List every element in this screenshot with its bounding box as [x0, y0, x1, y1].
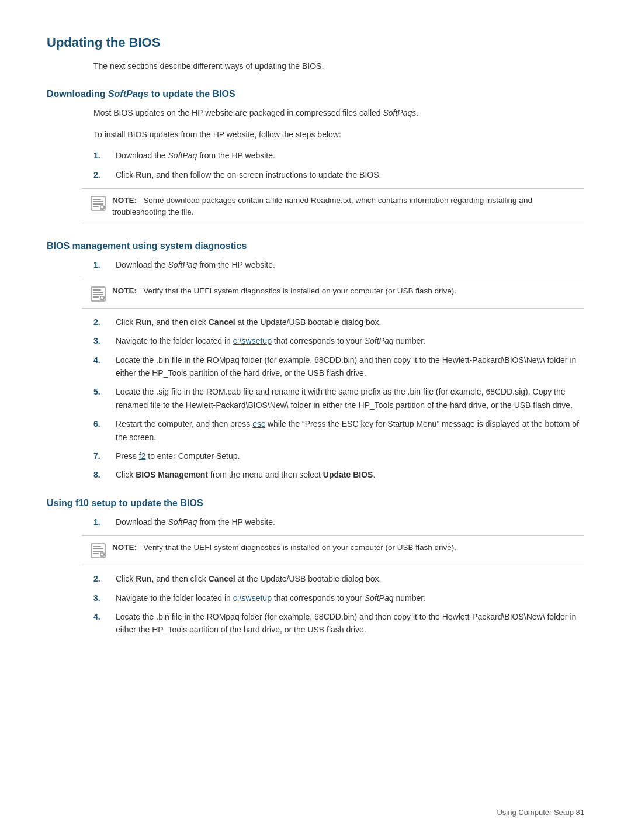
- step-text: Click BIOS Management from the menu and …: [116, 468, 584, 481]
- bios-diag-step-4: 4. Locate the .bin file in the ROMpaq fo…: [93, 354, 584, 380]
- step-text: Navigate to the folder located in c:\sws…: [116, 592, 584, 604]
- bios-diag-step-1: 1. Download the SoftPaq from the HP webs…: [93, 258, 584, 271]
- bios-diag-step-6: 6. Restart the computer, and then press …: [93, 417, 584, 444]
- bios-diag-step-3: 3. Navigate to the folder located in c:\…: [93, 334, 584, 347]
- step-text: Restart the computer, and then press esc…: [116, 417, 584, 444]
- step-number: 2.: [93, 572, 111, 585]
- step-text: Download the SoftPaq from the HP website…: [116, 516, 584, 528]
- step-number: 1.: [93, 516, 111, 528]
- f2-link[interactable]: f2: [139, 451, 146, 461]
- section-f10-title: Using f10 setup to update the BIOS: [47, 498, 584, 509]
- section-softpaqs-intro2: To install BIOS updates from the HP webs…: [93, 128, 584, 141]
- step-number: 2.: [93, 168, 111, 181]
- note-icon: [90, 286, 106, 302]
- svg-rect-13: [93, 546, 101, 547]
- f10-step-4: 4. Locate the .bin file in the ROMpaq fo…: [93, 610, 584, 637]
- page-footer: Using Computer Setup 81: [497, 808, 584, 817]
- svg-rect-1: [93, 199, 101, 200]
- bios-diag-step-2: 2. Click Run, and then click Cancel at t…: [93, 316, 584, 329]
- section-softpaqs-title-suffix: to update the BIOS: [148, 89, 235, 99]
- step-text: Click Run, and then click Cancel at the …: [116, 316, 584, 329]
- svg-rect-4: [93, 206, 99, 207]
- step-number: 1.: [93, 149, 111, 162]
- svg-rect-7: [93, 289, 101, 291]
- step-text: Locate the .bin file in the ROMpaq folde…: [116, 354, 584, 380]
- step-text: Click Run, and then click Cancel at the …: [116, 572, 584, 585]
- section-bios-diagnostics-title: BIOS management using system diagnostics: [47, 241, 584, 251]
- f10-steps-2: 2. Click Run, and then click Cancel at t…: [93, 572, 584, 637]
- step-number: 6.: [93, 417, 111, 444]
- svg-rect-2: [93, 201, 103, 202]
- step-text: Download the SoftPaq from the HP website…: [116, 258, 584, 271]
- softpaqs-note: NOTE: Some download packages contain a f…: [82, 188, 584, 225]
- step-number: 8.: [93, 468, 111, 481]
- svg-rect-14: [93, 548, 103, 549]
- step-text: Click Run, and then follow the on-screen…: [116, 168, 584, 181]
- step-number: 2.: [93, 316, 111, 329]
- svg-rect-9: [93, 294, 103, 295]
- f10-step-3: 3. Navigate to the folder located in c:\…: [93, 592, 584, 604]
- page-title: Updating the BIOS: [47, 35, 584, 50]
- step-number: 3.: [93, 334, 111, 347]
- softpaqs-step-2: 2. Click Run, and then follow the on-scr…: [93, 168, 584, 181]
- step-text: Download the SoftPaq from the HP website…: [116, 149, 584, 162]
- note-icon: [90, 542, 106, 559]
- bios-diag-note1: NOTE: Verify that the UEFI system diagno…: [82, 279, 584, 309]
- note-label: NOTE:: [112, 286, 137, 295]
- bios-diag-step-8: 8. Click BIOS Management from the menu a…: [93, 468, 584, 481]
- step-number: 4.: [93, 610, 111, 637]
- swsetup-link-2[interactable]: c:\swsetup: [233, 593, 272, 603]
- note-label: NOTE:: [112, 196, 137, 205]
- svg-rect-15: [93, 551, 103, 552]
- page-intro: The next sections describe different way…: [93, 60, 584, 72]
- note-content: NOTE: Some download packages contain a f…: [112, 195, 576, 219]
- svg-rect-8: [93, 292, 103, 293]
- bios-diag-steps-1: 1. Download the SoftPaq from the HP webs…: [93, 258, 584, 271]
- f10-steps-1: 1. Download the SoftPaq from the HP webs…: [93, 516, 584, 528]
- swsetup-link[interactable]: c:\swsetup: [233, 336, 272, 345]
- step-number: 5.: [93, 385, 111, 412]
- section-softpaqs-intro1: Most BIOS updates on the HP website are …: [93, 106, 584, 119]
- section-softpaqs-title: Downloading SoftPaqs to update the BIOS: [47, 89, 584, 99]
- bios-diag-step-7: 7. Press f2 to enter Computer Setup.: [93, 450, 584, 462]
- step-text: Press f2 to enter Computer Setup.: [116, 450, 584, 462]
- softpaqs-steps: 1. Download the SoftPaq from the HP webs…: [93, 149, 584, 181]
- softpaqs-step-1: 1. Download the SoftPaq from the HP webs…: [93, 149, 584, 162]
- step-text: Locate the .sig file in the ROM.cab file…: [116, 385, 584, 412]
- f10-step-2: 2. Click Run, and then click Cancel at t…: [93, 572, 584, 585]
- bios-diag-step-5: 5. Locate the .sig file in the ROM.cab f…: [93, 385, 584, 412]
- note-content: NOTE: Verify that the UEFI system diagno…: [112, 542, 456, 554]
- step-number: 4.: [93, 354, 111, 380]
- note-label: NOTE:: [112, 543, 137, 552]
- svg-rect-3: [93, 203, 103, 205]
- note-content: NOTE: Verify that the UEFI system diagno…: [112, 285, 456, 297]
- step-number: 7.: [93, 450, 111, 462]
- bios-diag-steps-2: 2. Click Run, and then click Cancel at t…: [93, 316, 584, 482]
- step-number: 3.: [93, 592, 111, 604]
- step-text: Locate the .bin file in the ROMpaq folde…: [116, 610, 584, 637]
- f10-step-1: 1. Download the SoftPaq from the HP webs…: [93, 516, 584, 528]
- note-icon: [90, 195, 106, 212]
- svg-rect-16: [93, 553, 99, 554]
- step-text: Navigate to the folder located in c:\sws…: [116, 334, 584, 347]
- f10-note1: NOTE: Verify that the UEFI system diagno…: [82, 535, 584, 565]
- esc-link[interactable]: esc: [252, 419, 265, 428]
- step-number: 1.: [93, 258, 111, 271]
- section-softpaqs-title-italic: SoftPaqs: [108, 89, 148, 99]
- svg-rect-10: [93, 296, 99, 298]
- section-softpaqs-title-prefix: Downloading: [47, 89, 108, 99]
